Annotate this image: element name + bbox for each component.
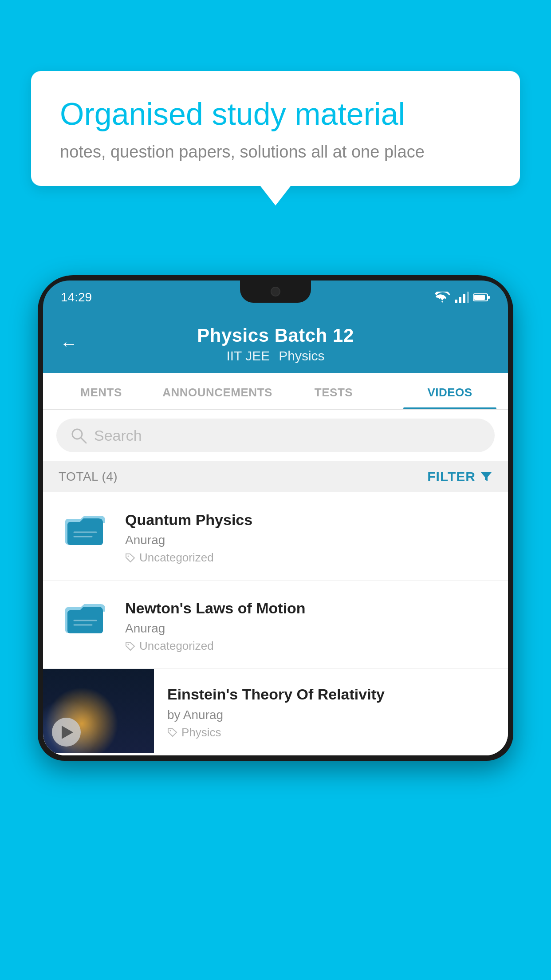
tag-icon xyxy=(125,641,136,651)
status-icons xyxy=(434,292,490,303)
phone-mockup: 14:29 xyxy=(38,275,513,980)
header-subtitle: IIT JEE Physics xyxy=(226,348,324,364)
video-author-1: Anurag xyxy=(125,533,492,547)
app-header: ← Physics Batch 12 IIT JEE Physics xyxy=(43,314,508,373)
list-item[interactable]: Einstein's Theory Of Relativity by Anura… xyxy=(43,669,508,755)
video-title-1: Quantum Physics xyxy=(125,510,492,530)
video-title-3: Einstein's Theory Of Relativity xyxy=(167,684,497,704)
svg-rect-2 xyxy=(463,294,465,303)
video-author-2: Anurag xyxy=(125,621,492,636)
filter-bar: TOTAL (4) FILTER xyxy=(43,461,508,492)
play-button[interactable] xyxy=(52,718,81,747)
bubble-subtitle: notes, question papers, solutions all at… xyxy=(60,142,491,162)
phone-outer: 14:29 xyxy=(38,275,513,761)
filter-button[interactable]: FILTER xyxy=(427,469,492,484)
svg-line-8 xyxy=(81,438,86,443)
video-info-2: Newton's Laws of Motion Anurag Uncategor… xyxy=(125,596,492,653)
video-thumbnail-3 xyxy=(43,669,154,753)
svg-rect-3 xyxy=(467,292,469,303)
tab-videos[interactable]: VIDEOS xyxy=(392,373,508,409)
video-info-3: Einstein's Theory Of Relativity by Anura… xyxy=(154,669,508,755)
search-bar[interactable]: Search xyxy=(56,419,495,452)
video-tag-3: Physics xyxy=(167,726,497,739)
svg-rect-6 xyxy=(488,296,490,299)
folder-icon xyxy=(63,508,107,548)
tag-icon xyxy=(125,553,136,563)
svg-point-13 xyxy=(128,555,129,557)
svg-rect-0 xyxy=(455,300,457,303)
svg-point-18 xyxy=(128,644,129,645)
search-placeholder: Search xyxy=(94,427,142,444)
list-item[interactable]: Quantum Physics Anurag Uncategorized xyxy=(43,492,508,581)
video-tag-2: Uncategorized xyxy=(125,639,492,653)
phone-screen: ← Physics Batch 12 IIT JEE Physics MENTS… xyxy=(43,314,508,755)
video-title-2: Newton's Laws of Motion xyxy=(125,598,492,618)
video-info-1: Quantum Physics Anurag Uncategorized xyxy=(125,508,492,565)
search-icon xyxy=(70,427,87,444)
list-item[interactable]: Newton's Laws of Motion Anurag Uncategor… xyxy=(43,581,508,669)
svg-rect-5 xyxy=(474,295,485,300)
header-tag-physics: Physics xyxy=(279,348,324,364)
tabs-bar: MENTS ANNOUNCEMENTS TESTS VIDEOS xyxy=(43,373,508,410)
signal-icon xyxy=(455,292,469,303)
header-tag-iitjee: IIT JEE xyxy=(226,348,270,364)
play-triangle-icon xyxy=(62,726,73,739)
video-list: Quantum Physics Anurag Uncategorized xyxy=(43,492,508,755)
svg-point-19 xyxy=(170,730,171,731)
header-title: Physics Batch 12 xyxy=(197,325,354,346)
tab-announcements[interactable]: ANNOUNCEMENTS xyxy=(159,373,276,409)
video-tag-1: Uncategorized xyxy=(125,551,492,565)
tab-tests[interactable]: TESTS xyxy=(276,373,392,409)
folder-thumbnail-2 xyxy=(59,596,112,636)
wifi-icon xyxy=(434,292,450,303)
bubble-title: Organised study material xyxy=(60,95,491,133)
status-time: 14:29 xyxy=(61,290,92,304)
tab-ments[interactable]: MENTS xyxy=(43,373,159,409)
tag-icon xyxy=(167,727,178,737)
filter-funnel-icon xyxy=(480,470,492,483)
back-button[interactable]: ← xyxy=(60,334,78,354)
camera-dot xyxy=(271,287,280,296)
status-bar: 14:29 xyxy=(43,281,508,314)
folder-thumbnail-1 xyxy=(59,508,112,548)
total-count: TOTAL (4) xyxy=(59,470,118,484)
speech-bubble: Organised study material notes, question… xyxy=(31,71,520,186)
svg-rect-1 xyxy=(459,297,461,303)
search-bar-container: Search xyxy=(43,410,508,461)
video-author-3: by Anurag xyxy=(167,708,497,722)
notch xyxy=(240,281,311,303)
battery-icon xyxy=(473,293,490,302)
folder-icon xyxy=(63,596,107,636)
